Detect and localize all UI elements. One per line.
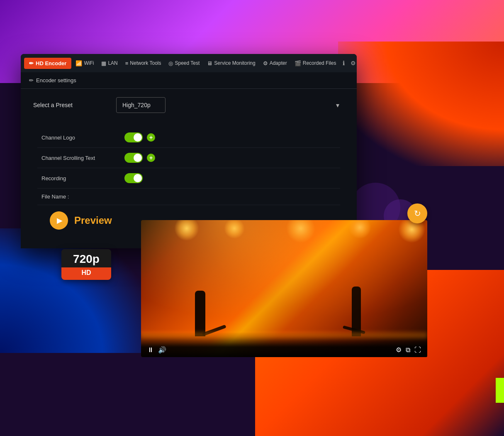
encoder-icon: ✏ bbox=[29, 60, 34, 66]
recording-toggle-group bbox=[124, 173, 143, 183]
nav-lan-label: LAN bbox=[108, 60, 117, 66]
nav-wifi-label: WiFi bbox=[84, 60, 94, 66]
main-window: ✏ HD Encoder 📶 WiFi ▦ LAN ≡ Network Tool… bbox=[21, 54, 357, 248]
gear-icon[interactable]: ⚙ bbox=[349, 58, 357, 68]
setting-row-file-name: File Name : bbox=[37, 189, 340, 205]
channel-logo-plus[interactable]: + bbox=[147, 133, 155, 142]
hd-encoder-button[interactable]: ✏ HD Encoder bbox=[24, 58, 71, 69]
pip-button[interactable]: ⧉ bbox=[406, 346, 410, 354]
controls-right: ⚙ ⧉ ⛶ bbox=[396, 346, 421, 354]
channel-scrolling-text-label: Channel Scrolling Text bbox=[41, 155, 124, 161]
wifi-icon: 📶 bbox=[75, 60, 82, 66]
nav-adapter-label: Adapter bbox=[270, 60, 287, 66]
nav-adapter[interactable]: ⚙ Adapter bbox=[260, 58, 290, 69]
lan-icon: ▦ bbox=[101, 60, 106, 66]
channel-scrolling-text-plus[interactable]: + bbox=[147, 154, 155, 162]
setting-row-recording: Recording bbox=[37, 168, 340, 189]
pause-button[interactable]: ⏸ bbox=[147, 346, 154, 354]
channel-logo-toggle[interactable] bbox=[124, 132, 143, 142]
channel-scrolling-text-toggle-group: + bbox=[124, 153, 155, 163]
preset-label: Select a Preset bbox=[33, 102, 116, 108]
nav-network-tools-label: Network Tools bbox=[130, 60, 161, 66]
nav-service-monitoring[interactable]: 🖥 Service Monitoring bbox=[204, 58, 258, 69]
encoder-settings-icon: ✏ bbox=[29, 77, 34, 83]
channel-logo-toggle-group: + bbox=[124, 132, 155, 142]
concert-lights bbox=[141, 220, 427, 357]
nav-speed-test-label: Speed Test bbox=[175, 60, 200, 66]
settings-bar: ✏ Encoder settings bbox=[21, 72, 357, 89]
stage-floor-glow bbox=[141, 332, 427, 338]
nav-lan[interactable]: ▦ LAN bbox=[98, 58, 121, 69]
setting-row-channel-scrolling-text: Channel Scrolling Text + bbox=[37, 148, 340, 168]
preview-title: Preview bbox=[74, 215, 112, 226]
service-monitoring-icon: 🖥 bbox=[207, 60, 212, 66]
channel-logo-label: Channel Logo bbox=[41, 135, 124, 141]
nav-recorded-files-label: Recorded Files bbox=[303, 60, 336, 66]
encoder-settings-link[interactable]: ✏ Encoder settings bbox=[29, 77, 348, 83]
nav-actions: ℹ ⚙ ↺ ⏻ 🔒 ↗ bbox=[341, 58, 357, 68]
resolution-label: 720p bbox=[61, 249, 111, 267]
recording-label: Recording bbox=[41, 175, 124, 181]
video-player: ⏸ 🔊 ⚙ ⧉ ⛶ bbox=[141, 220, 427, 357]
preset-select-wrapper: High_720p Medium_480p Low_360p Ultra_108… bbox=[116, 97, 344, 113]
preset-row: Select a Preset High_720p Medium_480p Lo… bbox=[29, 97, 348, 113]
settings-button[interactable]: ⚙ bbox=[396, 346, 402, 354]
quality-badge: 720p HD bbox=[61, 249, 111, 280]
nav-network-tools[interactable]: ≡ Network Tools bbox=[122, 58, 165, 69]
setting-row-channel-logo: Channel Logo + bbox=[37, 127, 340, 148]
info-icon[interactable]: ℹ bbox=[341, 58, 346, 68]
lime-accent-badge bbox=[496, 378, 504, 403]
file-name-label: File Name : bbox=[41, 194, 124, 200]
volume-button[interactable]: 🔊 bbox=[158, 346, 166, 354]
hd-encoder-label: HD Encoder bbox=[36, 60, 66, 66]
video-controls: ⏸ 🔊 ⚙ ⧉ ⛶ bbox=[141, 343, 427, 357]
speed-test-icon: ◎ bbox=[168, 60, 173, 66]
nav-speed-test[interactable]: ◎ Speed Test bbox=[165, 58, 203, 69]
adapter-icon: ⚙ bbox=[263, 60, 268, 66]
bg-blob-red bbox=[338, 42, 504, 166]
encoder-settings-label: Encoder settings bbox=[36, 77, 76, 83]
preset-select[interactable]: High_720p Medium_480p Low_360p Ultra_108… bbox=[116, 97, 166, 113]
nav-recorded-files[interactable]: 🎬 Recorded Files bbox=[291, 58, 340, 69]
figure-left bbox=[195, 291, 205, 336]
fullscreen-button[interactable]: ⛶ bbox=[414, 346, 421, 354]
recorded-files-icon: 🎬 bbox=[295, 60, 301, 66]
channel-scrolling-text-toggle[interactable] bbox=[124, 153, 143, 163]
refresh-button[interactable]: ↻ bbox=[407, 203, 427, 223]
nav-wifi[interactable]: 📶 WiFi bbox=[72, 58, 97, 69]
hd-label: HD bbox=[61, 267, 111, 280]
network-tools-icon: ≡ bbox=[125, 60, 129, 66]
preview-play-button[interactable] bbox=[50, 211, 68, 230]
navbar: ✏ HD Encoder 📶 WiFi ▦ LAN ≡ Network Tool… bbox=[21, 54, 357, 72]
video-concert-bg bbox=[141, 220, 427, 357]
recording-toggle[interactable] bbox=[124, 173, 143, 183]
nav-service-monitoring-label: Service Monitoring bbox=[214, 60, 255, 66]
